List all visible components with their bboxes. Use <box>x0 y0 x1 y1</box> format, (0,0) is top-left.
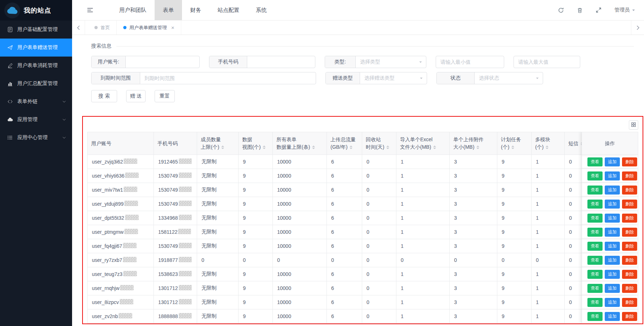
delete-button[interactable]: 删除 <box>622 242 637 251</box>
view-button[interactable]: 查看 <box>587 200 603 209</box>
cell-value: 0 <box>197 253 239 267</box>
sort-icon[interactable] <box>312 144 315 151</box>
delete-button[interactable]: 删除 <box>622 298 637 307</box>
sidebar-item-4[interactable]: 用户汇总配置管理 <box>0 75 72 93</box>
top-nav-item-4[interactable]: 站点配置 <box>209 0 248 20</box>
append-button[interactable]: 追加 <box>605 228 620 237</box>
append-button[interactable]: 追加 <box>605 312 620 321</box>
column-settings-button[interactable] <box>629 120 638 130</box>
delete-button[interactable]: 删除 <box>622 312 637 321</box>
sidebar-item-1[interactable]: 用户基础配置管理 <box>0 21 72 39</box>
view-button[interactable]: 查看 <box>587 171 603 180</box>
cell-value: 0 <box>362 239 396 253</box>
view-button[interactable]: 查看 <box>587 157 603 166</box>
sort-icon[interactable] <box>386 144 389 151</box>
sidebar-item-5[interactable]: 表单外链 <box>0 93 72 111</box>
admin-dropdown[interactable]: 管理员 <box>614 7 635 13</box>
fullscreen-icon[interactable] <box>596 7 601 13</box>
sort-icon[interactable] <box>433 144 436 151</box>
cell-value: 9 <box>239 239 273 253</box>
delete-button[interactable]: 删除 <box>622 284 637 293</box>
view-button[interactable]: 查看 <box>587 284 603 293</box>
view-button[interactable]: 查看 <box>587 312 603 321</box>
append-button[interactable]: 追加 <box>605 242 620 251</box>
cell-account: user_vhiyti636 <box>87 169 154 183</box>
max-value-input[interactable] <box>514 56 580 68</box>
append-button[interactable]: 追加 <box>605 256 620 265</box>
tab-close-icon[interactable]: × <box>171 25 174 30</box>
column-header-3[interactable]: 成员数量上限(个) <box>197 132 239 155</box>
column-header-7[interactable]: 回收站时间(天) <box>362 132 396 155</box>
delete-button[interactable]: 删除 <box>622 256 637 265</box>
delete-button[interactable]: 删除 <box>622 171 637 180</box>
column-header-4[interactable]: 数据视图(个) <box>239 132 273 155</box>
refresh-icon[interactable] <box>558 7 564 13</box>
sort-icon[interactable] <box>511 144 514 151</box>
view-button[interactable]: 查看 <box>587 298 603 307</box>
tab-1[interactable]: 首页 <box>88 21 117 35</box>
type-select[interactable]: 选择类型 <box>356 56 426 68</box>
view-button[interactable]: 查看 <box>587 256 603 265</box>
sort-icon[interactable] <box>350 144 352 151</box>
column-header-5[interactable]: 所有表单数据量上限(条) <box>273 132 327 155</box>
sort-icon[interactable] <box>546 144 548 151</box>
cell-value: 9 <box>239 295 273 309</box>
sidebar-item-3[interactable]: 用户表单消耗管理 <box>0 57 72 75</box>
sidebar-item-label: 用户表单消耗管理 <box>17 62 66 69</box>
status-select[interactable]: 选择状态 <box>475 72 543 84</box>
top-nav-item-2[interactable]: 表单 <box>155 0 182 20</box>
phone-input[interactable] <box>247 56 315 68</box>
sidebar-item-7[interactable]: 应用中心管理 <box>0 129 72 147</box>
append-button[interactable]: 追加 <box>605 200 620 209</box>
expire-range-input[interactable] <box>140 72 316 84</box>
append-button[interactable]: 追加 <box>605 157 620 166</box>
cell-value: 10000 <box>273 169 327 183</box>
account-input[interactable] <box>126 56 199 68</box>
gift-type-select[interactable]: 选择赠送类型 <box>360 72 427 84</box>
append-button[interactable]: 追加 <box>605 270 620 279</box>
top-nav-item-1[interactable]: 用户和团队 <box>111 0 155 20</box>
view-button[interactable]: 查看 <box>587 242 603 251</box>
column-header-6[interactable]: 上传总流量(GB/年) <box>327 132 362 155</box>
sidebar-item-6[interactable]: 应用管理 <box>0 111 72 129</box>
tab-2[interactable]: 用户表单赠送管理× <box>117 21 181 35</box>
status-placeholder: 选择状态 <box>479 75 499 81</box>
delete-button[interactable]: 删除 <box>622 214 637 223</box>
view-button[interactable]: 查看 <box>587 214 603 223</box>
column-header-9[interactable]: 单个上传附件大小(MB) <box>450 132 497 155</box>
delete-button[interactable]: 删除 <box>622 270 637 279</box>
sort-icon[interactable] <box>263 144 266 151</box>
append-button[interactable]: 追加 <box>605 186 620 195</box>
trash-icon[interactable] <box>577 7 583 13</box>
site-name: 我的站点 <box>24 6 51 15</box>
table-row: user_8izpcv1301712无限制9100006013910查看追加删除 <box>87 295 638 309</box>
column-header-8[interactable]: 导入单个Excel文件大小(MB) <box>396 132 450 155</box>
delete-button[interactable]: 删除 <box>622 186 637 195</box>
delete-button[interactable]: 删除 <box>622 200 637 209</box>
append-button[interactable]: 追加 <box>605 171 620 180</box>
cell-value: 6 <box>327 295 362 309</box>
sidebar-item-2[interactable]: 用户表单赠送管理 <box>0 39 72 57</box>
view-button[interactable]: 查看 <box>587 186 603 195</box>
append-button[interactable]: 追加 <box>605 298 620 307</box>
top-nav-item-5[interactable]: 系统 <box>248 0 275 20</box>
view-button[interactable]: 查看 <box>587 270 603 279</box>
append-button[interactable]: 追加 <box>605 284 620 293</box>
delete-button[interactable]: 删除 <box>622 228 637 237</box>
append-button[interactable]: 追加 <box>605 214 620 223</box>
tabs-scroll-right-icon[interactable] <box>631 21 644 35</box>
column-header-11[interactable]: 多模块(个) <box>532 132 565 155</box>
gift-button[interactable]: 赠 送 <box>126 90 146 102</box>
reset-button[interactable]: 重置 <box>155 90 175 102</box>
min-value-input[interactable] <box>436 56 504 68</box>
tabs-scroll-left-icon[interactable] <box>72 21 85 35</box>
column-header-10[interactable]: 计划任务(个) <box>497 132 532 155</box>
sort-icon[interactable] <box>221 144 224 151</box>
menu-collapse-icon[interactable] <box>86 6 94 14</box>
top-nav-item-3[interactable]: 财务 <box>182 0 209 20</box>
sort-icon[interactable] <box>476 144 479 151</box>
search-button[interactable]: 搜 索 <box>91 90 117 102</box>
delete-button[interactable]: 删除 <box>622 157 637 166</box>
cell-value: 0 <box>362 169 396 183</box>
view-button[interactable]: 查看 <box>587 228 603 237</box>
